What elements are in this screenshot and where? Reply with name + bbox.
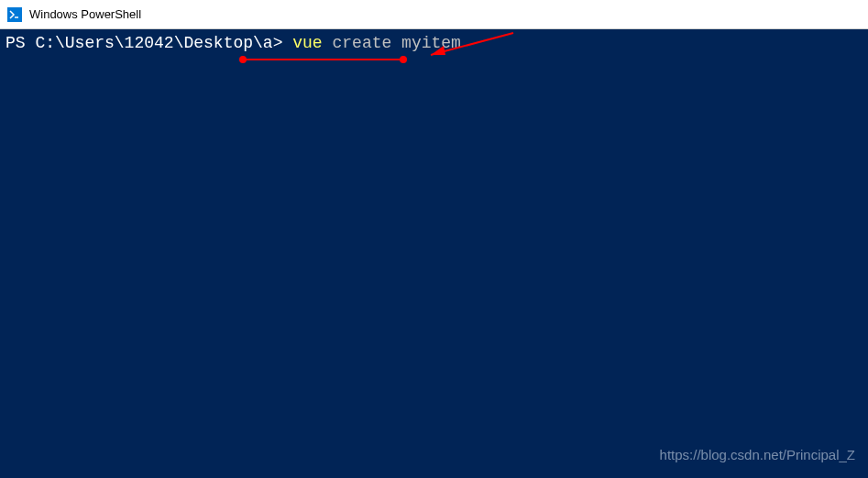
svg-point-3 bbox=[239, 56, 247, 63]
command-args: create myitem bbox=[323, 34, 461, 52]
prompt-line: PS C:\Users\12042\Desktop\a> vue create … bbox=[5, 33, 863, 53]
prompt-path: PS C:\Users\12042\Desktop\a> bbox=[5, 34, 292, 52]
watermark-text: https://blog.csdn.net/Principal_Z bbox=[660, 445, 855, 465]
svg-point-4 bbox=[400, 56, 407, 63]
command-keyword: vue bbox=[292, 34, 322, 52]
window-title: Windows PowerShell bbox=[29, 7, 141, 21]
window-title-bar: Windows PowerShell bbox=[0, 0, 868, 29]
powershell-icon bbox=[7, 7, 22, 22]
annotation-overlay bbox=[0, 29, 868, 478]
terminal-area[interactable]: PS C:\Users\12042\Desktop\a> vue create … bbox=[0, 29, 868, 478]
